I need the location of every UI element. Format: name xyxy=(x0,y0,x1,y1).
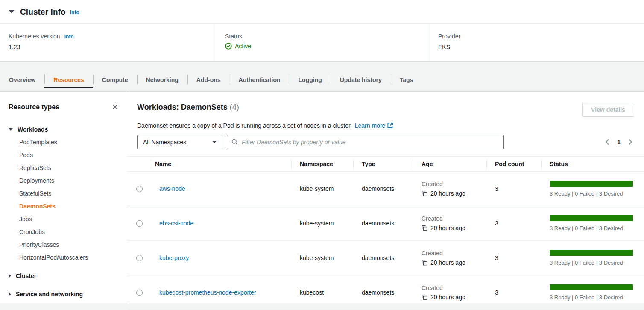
tree-group-cluster: Cluster xyxy=(9,269,119,282)
column-header-name[interactable]: Name xyxy=(151,157,291,172)
daemonset-name-link[interactable]: kube-proxy xyxy=(159,254,189,261)
view-details-button[interactable]: View details xyxy=(582,103,634,117)
external-link-icon xyxy=(387,123,393,130)
row-radio-button[interactable] xyxy=(136,220,143,227)
sidebar-item-statefulsets[interactable]: StatefulSets xyxy=(19,187,119,200)
sidebar-item-horizontalpodautoscalers[interactable]: HorizontalPodAutoscalers xyxy=(19,251,119,264)
age-value: 20 hours ago xyxy=(430,225,465,231)
sidebar-title: Resource types xyxy=(9,103,59,111)
collapse-caret-icon[interactable] xyxy=(9,10,14,13)
tab-bar: Overview Resources Compute Networking Ad… xyxy=(0,62,644,92)
provider-field: Provider EKS xyxy=(428,24,644,61)
cluster-info-info-link[interactable]: Info xyxy=(70,9,79,15)
cell-namespace: kube-system xyxy=(291,241,353,275)
tab-authentication[interactable]: Authentication xyxy=(230,70,290,88)
tab-networking[interactable]: Networking xyxy=(137,70,187,88)
sidebar-item-daemonsets[interactable]: DaemonSets xyxy=(19,200,119,213)
sidebar-item-deployments[interactable]: Deployments xyxy=(19,174,119,187)
tab-tags[interactable]: Tags xyxy=(391,70,422,88)
tab-logging[interactable]: Logging xyxy=(290,70,331,88)
cell-pod-count: 3 xyxy=(486,275,541,310)
daemonset-name-link[interactable]: ebs-csi-node xyxy=(159,220,193,227)
learn-more-link[interactable]: Learn more xyxy=(355,122,386,129)
status-bar xyxy=(550,250,633,256)
cell-pod-count: 3 xyxy=(486,241,541,275)
sidebar-item-priorityclasses[interactable]: PriorityClasses xyxy=(19,238,119,251)
status-bar xyxy=(550,181,633,187)
daemonsets-table: Name Namespace Type Age Pod count Status… xyxy=(128,156,644,310)
chevron-down-icon xyxy=(9,128,13,131)
row-radio-button[interactable] xyxy=(136,186,143,192)
table-row: ebs-csi-node kube-system daemonsets Crea… xyxy=(128,206,644,241)
status-text: 3 Ready | 0 Failed | 3 Desired xyxy=(550,225,644,231)
close-icon[interactable] xyxy=(111,103,119,111)
cell-pod-count: 3 xyxy=(486,206,541,241)
cluster-overview-panel: Kubernetes version Info 1.23 Status Acti… xyxy=(0,24,644,62)
kubernetes-version-value: 1.23 xyxy=(9,44,215,50)
status-value: Active xyxy=(235,43,251,50)
column-header-pod-count[interactable]: Pod count xyxy=(486,157,541,172)
status-bar xyxy=(550,215,633,221)
kubernetes-version-label: Kubernetes version xyxy=(9,33,60,40)
status-field: Status Active xyxy=(215,24,428,61)
age-value: 20 hours ago xyxy=(430,294,465,301)
tree-group-service-networking-toggle[interactable]: Service and networking xyxy=(9,288,119,301)
tab-overview[interactable]: Overview xyxy=(0,70,44,88)
age-value: 20 hours ago xyxy=(430,190,465,197)
cell-namespace: kube-system xyxy=(291,172,353,206)
row-radio-button[interactable] xyxy=(136,290,143,296)
daemonsets-description: Daemonset ensures a copy of a Pod is run… xyxy=(137,121,634,129)
status-text: 3 Ready | 0 Failed | 3 Desired xyxy=(550,294,644,301)
tab-update-history[interactable]: Update history xyxy=(331,70,391,88)
daemonsets-panel: Workloads: DaemonSets(4) View details Da… xyxy=(128,92,644,303)
chevron-right-icon xyxy=(9,292,11,296)
tab-add-ons[interactable]: Add-ons xyxy=(187,70,230,88)
tab-compute[interactable]: Compute xyxy=(93,70,137,88)
copy-icon[interactable] xyxy=(422,294,427,300)
kubernetes-version-info-link[interactable]: Info xyxy=(64,34,74,40)
copy-icon[interactable] xyxy=(422,260,427,266)
current-page[interactable]: 1 xyxy=(617,139,621,146)
previous-page-icon[interactable] xyxy=(605,139,610,145)
filter-input[interactable] xyxy=(242,139,499,146)
copy-icon[interactable] xyxy=(422,225,427,231)
daemonset-name-link[interactable]: aws-node xyxy=(159,185,185,192)
daemonsets-title-text: Workloads: DaemonSets xyxy=(137,103,228,111)
tree-group-workloads-toggle[interactable]: Workloads xyxy=(9,123,119,136)
status-label: Status xyxy=(225,33,242,40)
sidebar-item-cronjobs[interactable]: CronJobs xyxy=(19,225,119,238)
table-row: aws-node kube-system daemonsets Created … xyxy=(128,172,644,206)
next-page-icon[interactable] xyxy=(628,139,633,145)
tree-group-cluster-label: Cluster xyxy=(16,272,36,279)
copy-icon[interactable] xyxy=(422,190,427,196)
tree-group-workloads: Workloads PodTemplates Pods ReplicaSets … xyxy=(9,123,119,264)
search-icon xyxy=(231,139,238,145)
column-header-type[interactable]: Type xyxy=(353,157,413,172)
sidebar-item-podtemplates[interactable]: PodTemplates xyxy=(19,136,119,149)
daemonsets-title: Workloads: DaemonSets(4) xyxy=(137,103,239,112)
table-header-row: Name Namespace Type Age Pod count Status xyxy=(128,157,644,172)
tree-group-cluster-toggle[interactable]: Cluster xyxy=(9,269,119,282)
sidebar-item-pods[interactable]: Pods xyxy=(19,149,119,161)
tab-resources[interactable]: Resources xyxy=(44,70,93,88)
cluster-info-header: Cluster info Info xyxy=(0,0,644,24)
column-header-namespace[interactable]: Namespace xyxy=(291,157,353,172)
daemonset-name-link[interactable]: kubecost-prometheus-node-exporter xyxy=(159,289,256,296)
select-caret-icon xyxy=(212,141,217,143)
row-radio-button[interactable] xyxy=(136,255,143,261)
age-created-label: Created xyxy=(422,284,486,291)
sidebar-item-replicasets[interactable]: ReplicaSets xyxy=(19,161,119,174)
cell-type: daemonsets xyxy=(353,241,413,275)
namespace-select[interactable]: All Namespaces xyxy=(137,135,222,149)
status-bar xyxy=(550,284,633,290)
provider-value: EKS xyxy=(438,44,644,50)
column-header-age[interactable]: Age xyxy=(413,157,486,172)
cell-type: daemonsets xyxy=(353,206,413,241)
age-created-label: Created xyxy=(422,250,486,257)
tree-group-service-networking-label: Service and networking xyxy=(16,291,83,298)
column-header-status[interactable]: Status xyxy=(541,157,644,172)
resource-tree: Workloads PodTemplates Pods ReplicaSets … xyxy=(9,123,119,301)
description-text: Daemonset ensures a copy of a Pod is run… xyxy=(137,122,352,129)
sidebar-item-jobs[interactable]: Jobs xyxy=(19,213,119,225)
tree-group-workloads-label: Workloads xyxy=(18,126,48,133)
